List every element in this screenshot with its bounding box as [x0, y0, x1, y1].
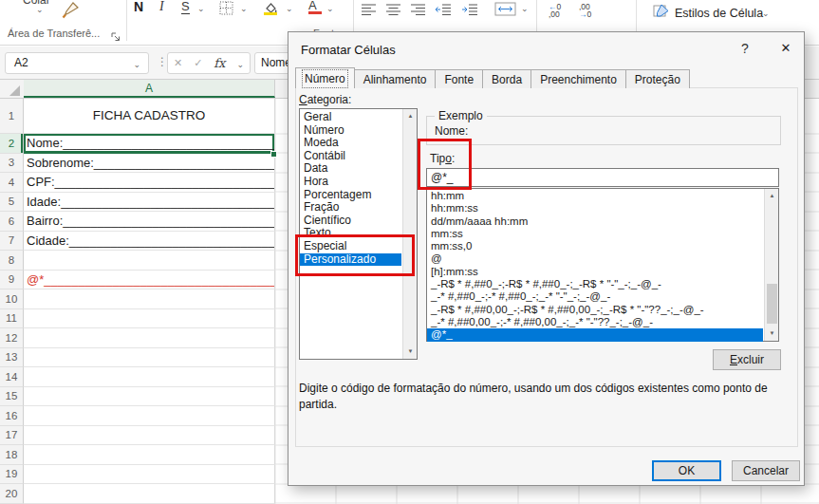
bold-button[interactable]: N [134, 0, 143, 14]
fill-color-icon[interactable] [263, 0, 278, 17]
format-code-item[interactable]: hh:mm [427, 190, 763, 202]
cell[interactable]: Cidade:________________________________ [24, 232, 275, 252]
cancel-entry-icon[interactable]: ✕ [174, 57, 182, 69]
format-code-item[interactable]: mm:ss [427, 228, 763, 240]
format-codes-scrollbar[interactable]: ▲ ▼ [764, 189, 778, 341]
format-code-item[interactable]: mm:ss,0 [427, 240, 763, 252]
merge-center-icon[interactable] [494, 2, 516, 20]
dialog-help-button[interactable]: ? [733, 38, 757, 59]
category-item[interactable]: Fração [300, 201, 401, 215]
row-header[interactable]: 3 [0, 154, 24, 174]
fill-handle[interactable] [270, 151, 277, 158]
row-header[interactable]: 1 [0, 99, 24, 134]
confirm-entry-icon[interactable]: ✓ [194, 57, 202, 69]
format-code-item[interactable]: @ [427, 252, 763, 265]
paste-dropdown-chevron-icon[interactable]: ⌄ [36, 5, 44, 14]
dialog-close-icon[interactable]: ✕ [772, 38, 799, 59]
category-item[interactable]: Geral [300, 111, 401, 124]
category-item[interactable]: Data [300, 162, 401, 176]
row-header[interactable]: 4 [0, 173, 24, 193]
font-color-chevron-icon[interactable]: ⌄ [326, 4, 334, 13]
cell[interactable] [24, 367, 275, 387]
column-header-a[interactable]: A [24, 80, 275, 98]
format-code-item[interactable]: dd/mm/aaaa hh:mm [427, 215, 763, 228]
category-item[interactable]: Hora [300, 176, 401, 189]
underline-chevron-icon[interactable]: ⌄ [197, 4, 205, 13]
category-item[interactable]: Científico [300, 215, 401, 228]
row-header[interactable]: 7 [0, 232, 24, 252]
format-code-item[interactable]: [h]:mm:ss [427, 266, 763, 278]
row-header[interactable]: 9 [0, 271, 24, 290]
row-header[interactable]: 18 [0, 445, 24, 465]
cell[interactable] [24, 426, 275, 446]
format-code-item[interactable]: _-R$ * #,##0,00_-;-R$ * #,##0,00_-;_-R$ … [427, 304, 763, 316]
format-code-item[interactable]: hh:mm:ss [427, 202, 763, 215]
cell-styles-chevron-icon[interactable]: ⌄ [762, 9, 770, 18]
italic-button[interactable]: I [159, 0, 164, 14]
scroll-up-icon[interactable]: ▲ [403, 109, 418, 123]
increase-indent-icon[interactable] [462, 2, 477, 19]
cell[interactable] [24, 328, 275, 348]
cell[interactable]: @*____________________________________ [24, 271, 275, 290]
dialog-tab[interactable]: Preenchimento [530, 69, 626, 88]
format-code-item[interactable]: _-* #,##0,00_-;-* #,##0,00_-;_-* "-"??_-… [427, 316, 763, 328]
cell[interactable]: Bairro:_________________________________ [24, 212, 275, 232]
scroll-down-icon[interactable]: ▼ [403, 345, 418, 359]
cell[interactable] [24, 289, 275, 309]
cell[interactable] [24, 387, 275, 407]
row-header[interactable]: 6 [0, 212, 24, 232]
category-item[interactable]: Porcentagem [300, 189, 401, 202]
row-header[interactable]: 15 [0, 387, 24, 407]
row-header[interactable]: 17 [0, 426, 24, 446]
excluir-button[interactable]: Excluir [713, 349, 781, 370]
decrease-decimal-button[interactable]: ,00 →0 [579, 3, 591, 18]
clipboard-dialog-launcher-icon[interactable] [111, 28, 121, 46]
row-header[interactable]: 10 [0, 289, 24, 309]
dialog-tab[interactable]: Alinhamento [354, 69, 437, 88]
align-right-icon[interactable] [411, 2, 425, 19]
scroll-down-icon[interactable]: ▼ [765, 327, 779, 341]
cell[interactable]: Nome:__________________________________ [24, 134, 275, 154]
decrease-indent-icon[interactable] [436, 2, 451, 19]
dialog-tab[interactable]: Número [295, 67, 355, 88]
row-header[interactable]: 8 [0, 251, 24, 271]
merge-center-chevron-icon[interactable]: ⌄ [521, 4, 529, 13]
format-code-item[interactable]: _-* #,##0_-;-* #,##0_-;_-* "-"_-;_-@_- [427, 290, 763, 303]
row-header[interactable]: 14 [0, 367, 24, 387]
cancel-button[interactable]: Cancelar [732, 460, 800, 481]
increase-decimal-button[interactable]: ←0 ,00 [549, 3, 561, 18]
name-box[interactable]: A2 ⌄ [5, 52, 149, 74]
fx-chevron-icon[interactable]: ⌄ [236, 60, 244, 69]
underline-button[interactable]: S [181, 0, 190, 14]
fill-color-chevron-icon[interactable]: ⌄ [286, 4, 293, 13]
scroll-up-icon[interactable]: ▲ [765, 189, 779, 203]
borders-icon[interactable] [219, 1, 233, 19]
insert-function-icon[interactable]: fx [214, 56, 225, 70]
align-left-icon[interactable] [362, 2, 376, 19]
format-code-item[interactable]: @*_ [427, 328, 763, 341]
cell[interactable] [24, 484, 275, 504]
select-all-corner[interactable] [9, 85, 20, 96]
align-center-icon[interactable] [386, 2, 400, 19]
cell[interactable] [24, 465, 275, 485]
cell[interactable]: Idade:_________________________________ [24, 193, 275, 213]
font-color-icon[interactable]: A [308, 0, 317, 12]
cell[interactable] [24, 445, 275, 465]
format-codes-listbox[interactable]: hh:mm hh:mm:ss dd/mm/aaaa hh:mm mm:ss mm… [426, 188, 779, 342]
format-code-item[interactable]: _-R$ * #,##0_-;-R$ * #,##0_-;_-R$ * "-"_… [427, 278, 763, 290]
row-header[interactable]: 11 [0, 309, 24, 329]
borders-chevron-icon[interactable]: ⌄ [240, 4, 248, 13]
ok-button[interactable]: OK [652, 460, 721, 481]
category-item[interactable]: Moeda [300, 137, 401, 150]
row-header[interactable]: 2 [0, 134, 24, 154]
scrollbar-thumb[interactable] [767, 284, 777, 324]
dialog-tab[interactable]: Proteção [625, 69, 690, 88]
category-item[interactable]: Número [300, 124, 401, 138]
cell[interactable] [24, 406, 275, 426]
row-header[interactable]: 19 [0, 465, 24, 485]
cell[interactable] [24, 348, 275, 368]
row-header[interactable]: 5 [0, 193, 24, 213]
cell[interactable]: CPF:___________________________________ [24, 173, 275, 193]
category-item[interactable]: Contábil [300, 150, 401, 163]
tipo-input[interactable]: @*_ [426, 168, 779, 187]
